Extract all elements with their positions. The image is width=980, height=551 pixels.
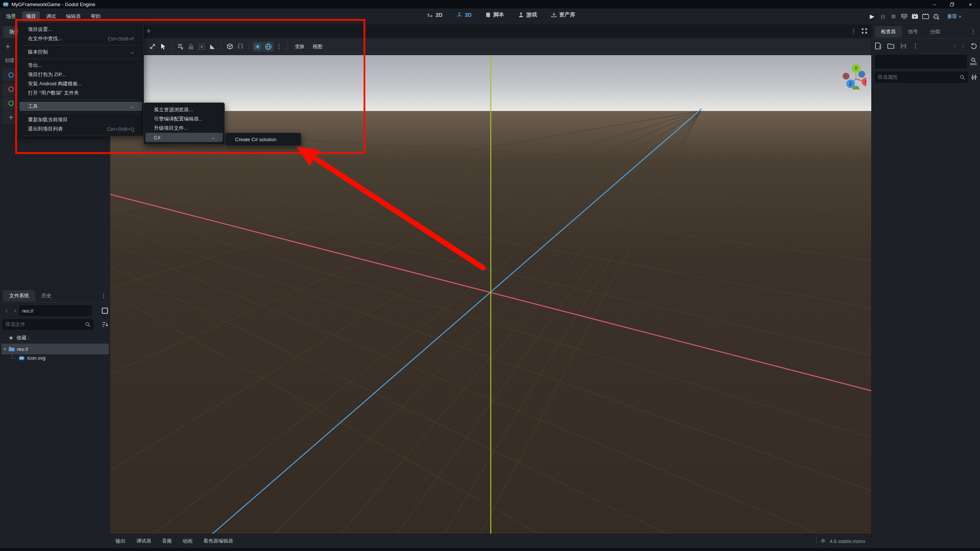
- save-resource-icon[interactable]: [900, 43, 906, 49]
- project-menu-popup: 项目设置... 在文件中查找...Ctrl+Shift+F 版本控制→ 导出..…: [18, 22, 144, 136]
- filter-files-input[interactable]: 筛选文件: [2, 319, 93, 330]
- menu-editor[interactable]: 编辑器: [62, 11, 85, 21]
- stop-button[interactable]: [888, 11, 899, 21]
- view-menu[interactable]: 视图: [309, 43, 326, 50]
- snap-magnet-icon[interactable]: [235, 42, 246, 52]
- window-title: MyGFrameworkGame - Godot Engine: [11, 2, 95, 7]
- menu-item-orphan-resource-explorer[interactable]: 孤立资源浏览器...: [144, 105, 224, 114]
- tab-signals[interactable]: 信号: [902, 26, 924, 37]
- tab-history[interactable]: 历史: [35, 290, 57, 302]
- open-docs-icon[interactable]: DOC: [970, 58, 977, 66]
- add-node-icon[interactable]: +: [5, 42, 10, 52]
- menu-item-install-android-template[interactable]: 安装 Android 构建模板...: [18, 79, 144, 88]
- property-tools-icon[interactable]: [971, 74, 977, 80]
- group-icon[interactable]: [196, 42, 207, 52]
- menu-item-open-user-data-folder[interactable]: 打开 “用户数据” 文件夹: [18, 88, 144, 98]
- tab-inspector[interactable]: 检查器: [875, 26, 902, 37]
- tab-audio[interactable]: 音频: [162, 538, 172, 544]
- ruler-icon[interactable]: [207, 42, 218, 52]
- play-button[interactable]: ▶: [867, 11, 877, 21]
- menu-debug[interactable]: 调试: [42, 11, 60, 21]
- play-custom-scene-button[interactable]: [920, 11, 931, 21]
- dock-options-icon[interactable]: ⋮: [101, 292, 106, 299]
- menu-item-pack-zip[interactable]: 项目打包为 ZIP...: [18, 70, 144, 79]
- select-mode-icon[interactable]: [158, 42, 168, 52]
- minimize-button[interactable]: –: [928, 0, 941, 8]
- lock-icon[interactable]: [186, 42, 196, 52]
- new-resource-icon[interactable]: [875, 42, 881, 49]
- restore-button[interactable]: [946, 0, 959, 8]
- menu-item-create-csharp-solution[interactable]: Create C# solution: [225, 135, 301, 144]
- pause-button[interactable]: [877, 11, 888, 21]
- split-view-icon[interactable]: [102, 308, 108, 314]
- 2d-icon: [427, 12, 433, 18]
- menu-item-project-settings[interactable]: 项目设置...: [18, 25, 144, 34]
- 3d-scene-icon: [8, 86, 14, 92]
- history-back-icon[interactable]: ‹: [954, 42, 956, 50]
- godot-file-icon: [19, 355, 24, 361]
- tree-item-res-root[interactable]: ▾ res://: [2, 344, 109, 354]
- notification-bell-icon[interactable]: [820, 538, 826, 544]
- preview-options-icon[interactable]: ⋮: [274, 42, 284, 52]
- path-field[interactable]: res://: [19, 305, 92, 316]
- object-name-field: [875, 55, 967, 68]
- menu-item-quit-to-project-list[interactable]: 退出到项目列表Ctrl+Shift+Q: [18, 124, 144, 134]
- godot-logo-icon: [3, 1, 9, 7]
- tree-chevron-icon[interactable]: ▾: [4, 347, 6, 352]
- menu-item-export[interactable]: 导出...: [18, 61, 144, 70]
- menu-item-find-in-files[interactable]: 在文件中查找...Ctrl+Shift+F: [18, 34, 144, 43]
- scale-mode-icon[interactable]: [147, 42, 158, 52]
- tab-game[interactable]: 游戏: [518, 11, 537, 18]
- tab-filesystem[interactable]: 文件系统: [3, 290, 35, 302]
- renderer-selector[interactable]: 兼容 ▾: [947, 13, 961, 20]
- dock-options-icon[interactable]: ⋮: [970, 28, 976, 35]
- favorites-star-icon: ★: [8, 334, 13, 341]
- menu-item-upgrade-project-files[interactable]: 升级项目文件...: [144, 124, 224, 133]
- nav-forward-icon[interactable]: ›: [11, 307, 19, 315]
- local-space-icon[interactable]: [224, 42, 235, 52]
- tab-script[interactable]: 脚本: [485, 11, 504, 18]
- menu-project[interactable]: 项目: [22, 11, 40, 21]
- search-icon: [85, 322, 90, 327]
- menu-help[interactable]: 帮助: [87, 11, 105, 21]
- menu-item-tools[interactable]: 工具→: [20, 102, 142, 111]
- menu-scene[interactable]: 场景: [2, 11, 20, 21]
- menu-item-reload-project[interactable]: 重新加载当前项目: [18, 115, 144, 124]
- play-current-scene-button[interactable]: [910, 11, 920, 21]
- close-button[interactable]: ×: [964, 0, 977, 8]
- preview-sun-icon[interactable]: [252, 42, 263, 52]
- transform-menu[interactable]: 变换: [291, 43, 309, 50]
- play-scene-button[interactable]: [899, 11, 910, 21]
- svg-text:Y: Y: [854, 66, 858, 71]
- load-resource-folder-icon[interactable]: [887, 43, 894, 49]
- game-icon: [518, 12, 524, 18]
- tab-animation[interactable]: 动画: [183, 538, 193, 544]
- scene-tab-options-icon[interactable]: ⋮: [851, 28, 856, 35]
- sort-files-icon[interactable]: [102, 322, 108, 327]
- movie-maker-icon[interactable]: [931, 11, 942, 21]
- tab-2d[interactable]: 2D: [427, 12, 443, 18]
- tab-assetlib[interactable]: 资产库: [551, 11, 575, 18]
- expand-viewport-icon[interactable]: [861, 28, 867, 34]
- gizmo-neg-x[interactable]: [843, 73, 849, 80]
- nav-back-icon[interactable]: ‹: [2, 307, 11, 315]
- resource-options-icon[interactable]: ⋮: [913, 42, 918, 49]
- 2d-scene-icon: [8, 72, 14, 78]
- menu-item-csharp[interactable]: C#→: [145, 133, 223, 142]
- history-forward-icon[interactable]: ›: [962, 42, 964, 50]
- menu-item-version-control[interactable]: 版本控制→: [18, 47, 144, 57]
- tab-debugger[interactable]: 调试器: [136, 538, 151, 544]
- filter-properties-input[interactable]: 筛选属性: [875, 72, 968, 83]
- new-scene-tab-button[interactable]: +: [146, 26, 151, 36]
- gizmo-neg-z[interactable]: [858, 71, 865, 78]
- tab-output[interactable]: 输出: [116, 538, 126, 544]
- object-history-icon[interactable]: [970, 43, 977, 49]
- tab-3d[interactable]: 3D: [456, 12, 472, 18]
- tab-shader-editor[interactable]: 着色器编辑器: [203, 538, 233, 544]
- preview-environment-icon[interactable]: [263, 42, 274, 52]
- tab-groups[interactable]: 分组: [924, 26, 946, 37]
- list-select-icon[interactable]: [175, 42, 186, 52]
- menu-item-engine-compilation-config[interactable]: 引擎编译配置编辑器...: [144, 114, 224, 124]
- axis-gizmo[interactable]: Y X Z: [836, 59, 866, 90]
- tree-item-icon-svg[interactable]: icon.svg: [11, 355, 46, 361]
